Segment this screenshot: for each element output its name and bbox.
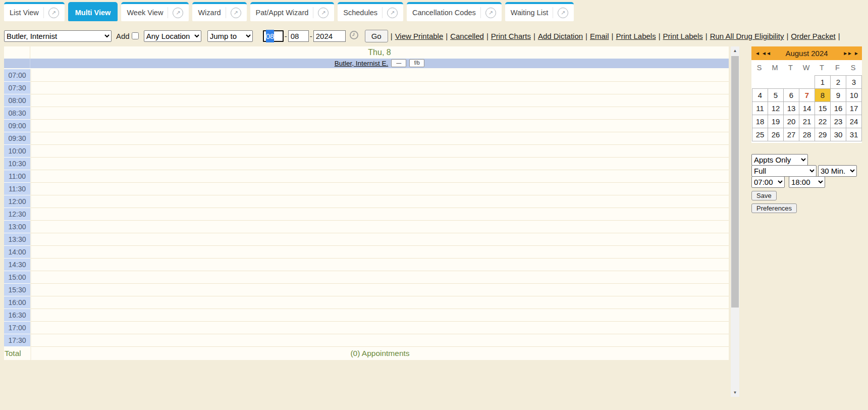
calendar-next-month-icon[interactable]: ► <box>854 50 858 56</box>
calendar-day[interactable]: 6 <box>784 88 799 101</box>
scrollbar-thumb[interactable] <box>731 56 739 308</box>
calendar-day[interactable]: 26 <box>768 128 784 141</box>
calendar-day[interactable]: 11 <box>752 101 768 115</box>
calendar-day[interactable]: 9 <box>831 88 846 101</box>
calendar-day[interactable]: 14 <box>799 101 815 115</box>
calendar-day[interactable]: 17 <box>846 101 862 115</box>
calendar-prev-year-icon[interactable]: ◄◄ <box>762 50 771 56</box>
schedule-slot[interactable] <box>30 183 729 195</box>
tab-week-view[interactable]: Week View ↗ <box>121 2 189 21</box>
calendar-day[interactable]: 18 <box>752 115 768 128</box>
go-button[interactable]: Go <box>365 30 388 42</box>
schedule-slot[interactable] <box>30 208 729 221</box>
preferences-button[interactable]: Preferences <box>751 203 797 213</box>
open-in-new-window-icon[interactable]: ↗ <box>558 8 568 18</box>
save-button[interactable]: Save <box>751 191 777 200</box>
schedule-slot[interactable] <box>30 107 729 120</box>
calendar-day[interactable]: 23 <box>831 115 846 128</box>
open-in-new-window-icon[interactable]: ↗ <box>48 8 59 18</box>
schedule-slot[interactable] <box>30 94 729 107</box>
tab-waiting-list[interactable]: Waiting List ↗ <box>505 2 574 21</box>
link-run-all-drug-eligibility[interactable]: Run All Drug Eligibility <box>710 32 784 40</box>
clock-icon[interactable] <box>349 30 359 40</box>
calendar-prev-month-icon[interactable]: ◄ <box>755 50 760 56</box>
calendar-day[interactable]: 5 <box>768 88 784 101</box>
link-add-dictation[interactable]: Add Dictation <box>538 32 583 40</box>
tab-cancellation-codes[interactable]: Cancellation Codes ↗ <box>407 2 502 21</box>
open-in-new-window-icon[interactable]: ↗ <box>485 8 496 18</box>
calendar-day[interactable]: 4 <box>752 88 768 101</box>
open-in-new-window-icon[interactable]: ↗ <box>318 8 329 18</box>
link-print-labels-1[interactable]: Print Labels <box>616 32 656 40</box>
schedule-slot[interactable] <box>30 271 729 284</box>
link-cancelled[interactable]: Cancelled <box>450 32 484 40</box>
schedule-slot[interactable] <box>30 120 729 132</box>
calendar-day[interactable]: 30 <box>831 128 846 141</box>
calendar-day[interactable]: 25 <box>752 128 768 141</box>
schedule-slot[interactable] <box>30 170 729 183</box>
calendar-day[interactable]: 22 <box>815 115 831 128</box>
tab-pat-appt-wizard[interactable]: Pat/Appt Wizard ↗ <box>250 2 335 21</box>
interval-select[interactable]: 30 Min. <box>818 165 857 177</box>
schedule-slot[interactable] <box>30 221 729 233</box>
calendar-day[interactable]: 28 <box>799 128 815 141</box>
tab-multi-view[interactable]: Multi View <box>68 2 118 21</box>
calendar-day[interactable]: 29 <box>815 128 831 141</box>
start-time-select[interactable]: 07:00 <box>751 176 785 188</box>
calendar-day[interactable]: 19 <box>768 115 784 128</box>
schedule-slot[interactable] <box>30 158 729 170</box>
calendar-day-today[interactable]: 7 <box>799 88 815 101</box>
calendar-day[interactable]: 3 <box>846 75 862 88</box>
calendar-day[interactable]: 21 <box>799 115 815 128</box>
link-email[interactable]: Email <box>590 32 609 40</box>
schedule-slot[interactable] <box>30 334 729 347</box>
provider-select[interactable]: Butler, Internist <box>4 30 112 42</box>
provider-link[interactable]: Butler, Internist E. <box>335 60 389 67</box>
calendar-day[interactable]: 10 <box>846 88 862 101</box>
calendar-day[interactable]: 31 <box>846 128 862 141</box>
jump-to-select[interactable]: Jump to <box>207 30 253 42</box>
schedule-slot[interactable] <box>30 69 729 82</box>
open-in-new-window-icon[interactable]: ↗ <box>231 8 241 18</box>
schedule-slot[interactable] <box>30 322 729 334</box>
calendar-day[interactable]: 1 <box>815 75 831 88</box>
schedule-slot[interactable] <box>30 132 729 145</box>
calendar-day[interactable]: 20 <box>784 115 799 128</box>
date-day-input[interactable] <box>288 30 309 42</box>
fb-button[interactable]: f/b <box>409 59 424 67</box>
calendar-day[interactable]: 12 <box>768 101 784 115</box>
appts-only-select[interactable]: Appts Only <box>751 154 808 166</box>
schedule-slot[interactable] <box>30 233 729 246</box>
location-select[interactable]: Any Location <box>144 30 201 42</box>
schedule-slot[interactable] <box>30 82 729 94</box>
date-month-input[interactable]: 08 <box>263 30 284 42</box>
tab-wizard[interactable]: Wizard ↗ <box>192 2 246 21</box>
link-print-charts[interactable]: Print Charts <box>491 32 531 40</box>
schedule-slot[interactable] <box>30 259 729 271</box>
size-select[interactable]: Full <box>751 165 817 177</box>
schedule-slot[interactable] <box>30 296 729 309</box>
open-in-new-window-icon[interactable]: ↗ <box>387 8 398 18</box>
tab-list-view[interactable]: List View ↗ <box>4 2 65 21</box>
calendar-day[interactable]: 16 <box>831 101 846 115</box>
calendar-day[interactable]: 2 <box>831 75 846 88</box>
end-time-select[interactable]: 18:00 <box>789 176 825 188</box>
tab-schedules[interactable]: Schedules ↗ <box>338 2 403 21</box>
calendar-day[interactable]: 27 <box>784 128 799 141</box>
schedule-slot[interactable] <box>30 195 729 208</box>
add-checkbox[interactable] <box>132 32 139 39</box>
scroll-up-button[interactable]: ▲ <box>731 46 739 55</box>
scroll-down-button[interactable]: ▼ <box>731 388 739 397</box>
calendar-day[interactable]: 24 <box>846 115 862 128</box>
schedule-slot[interactable] <box>30 145 729 158</box>
open-in-new-window-icon[interactable]: ↗ <box>173 8 183 18</box>
minimize-column-button[interactable]: — <box>391 59 406 67</box>
link-view-printable[interactable]: View Printable <box>395 32 444 40</box>
calendar-day-selected[interactable]: 8 <box>815 88 831 101</box>
link-order-packet[interactable]: Order Packet <box>791 32 835 40</box>
calendar-day[interactable]: 15 <box>815 101 831 115</box>
calendar-next-year-icon[interactable]: ►► <box>843 50 852 56</box>
link-print-labels-2[interactable]: Print Labels <box>663 32 703 40</box>
vertical-scrollbar[interactable]: ▲ ▼ <box>731 46 739 397</box>
calendar-day[interactable]: 13 <box>784 101 799 115</box>
